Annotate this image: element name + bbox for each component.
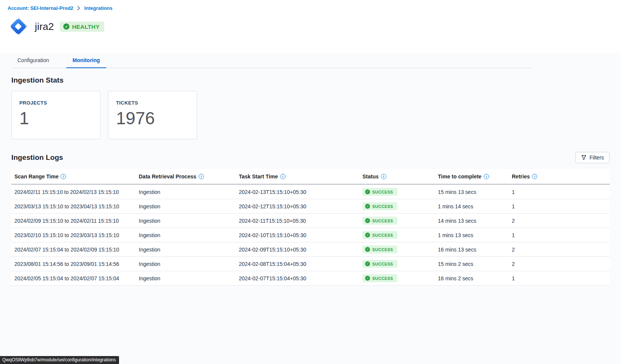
check-icon: ✓ [365, 261, 370, 266]
breadcrumb-account-link[interactable]: Account: SEI-Internal-Prod2 [8, 5, 73, 11]
cell-retries: 2 [509, 257, 610, 271]
table-row: 2023/08/01 15:14:56 to 2023/09/01 15:14:… [11, 257, 610, 271]
cell-retries: 1 [509, 271, 610, 286]
stat-value: 1976 [116, 109, 189, 127]
cell-retries: 2 [509, 214, 610, 228]
cell-time-to-complete: 1 mins 13 secs [435, 228, 509, 242]
cell-scan-range: 2024/02/09 15:15:10 to 2024/02/11 15:15:… [11, 214, 136, 228]
check-icon: ✓ [63, 23, 69, 30]
ingestion-logs-header: Ingestion Logs Filters [11, 152, 610, 163]
stat-label: PROJECTS [19, 100, 93, 106]
cell-task-start: 2024-02-13T15:15:10+05:30 [236, 184, 359, 199]
breadcrumb-integrations-link[interactable]: Integrations [84, 5, 112, 11]
check-icon: ✓ [365, 204, 370, 209]
column-header-task-start-time: Task Start Time [239, 173, 278, 180]
filters-button-label: Filters [590, 155, 604, 161]
check-icon: ✓ [365, 233, 370, 237]
cell-task-start: 2024-02-12T15:15:10+05:30 [236, 199, 359, 214]
cell-retries: 1 [509, 199, 610, 214]
table-row: 2024/02/07 15:15:04 to 2024/02/09 15:15:… [11, 242, 610, 257]
cell-retries: 2 [509, 242, 610, 257]
cell-scan-range: 2023/08/01 15:14:56 to 2023/09/01 15:14:… [11, 257, 136, 271]
status-badge: ✓SUCCESS [362, 202, 397, 210]
cell-scan-range: 2024/02/05 15:15:04 to 2024/02/07 15:15:… [11, 271, 136, 286]
status-badge: ✓SUCCESS [362, 245, 397, 253]
stat-card-projects: PROJECTS 1 [11, 91, 100, 139]
status-label: SUCCESS [372, 276, 393, 281]
cell-process: Ingestion [136, 184, 236, 199]
info-icon[interactable]: i [381, 174, 386, 179]
link-preview-statusbar: QwqOSllWp9ob7w/module/sei/configuration/… [0, 356, 119, 364]
table-row: 2023/02/10 15:15:10 to 2023/03/13 15:15:… [11, 228, 610, 242]
cell-process: Ingestion [136, 199, 236, 214]
column-header-retries: Retries [512, 173, 530, 180]
column-header-time-to-complete: Time to complete [438, 173, 481, 180]
cell-time-to-complete: 14 mins 13 secs [435, 214, 509, 228]
cell-time-to-complete: 16 mins 13 secs [435, 242, 509, 257]
cell-process: Ingestion [136, 242, 236, 257]
status-label: SUCCESS [372, 233, 393, 237]
status-badge: ✓SUCCESS [362, 188, 397, 196]
stat-card-tickets: TICKETS 1976 [108, 91, 197, 139]
cell-process: Ingestion [136, 214, 236, 228]
integration-title-row: jira2 ✓ HEALTHY [8, 16, 613, 37]
status-badge: ✓SUCCESS [362, 260, 397, 268]
tab-monitoring[interactable]: Monitoring [66, 53, 106, 68]
filters-button[interactable]: Filters [576, 152, 610, 163]
health-badge-label: HEALTHY [72, 23, 100, 30]
cell-retries: 1 [509, 228, 610, 242]
table-row: 2024/02/05 15:15:04 to 2024/02/07 15:15:… [11, 271, 610, 286]
status-label: SUCCESS [372, 219, 393, 223]
chevron-right-icon [77, 6, 80, 10]
cell-scan-range: 2024/02/11 15:15:10 to 2024/02/13 15:15:… [11, 184, 136, 199]
column-header-status: Status [362, 173, 379, 180]
filter-funnel-icon [581, 155, 586, 160]
cell-process: Ingestion [136, 257, 236, 271]
ingestion-stats-title: Ingestion Stats [11, 76, 610, 84]
cell-scan-range: 2023/02/10 15:15:10 to 2023/03/13 15:15:… [11, 228, 136, 242]
breadcrumb: Account: SEI-Internal-Prod2 Integrations [8, 5, 613, 11]
info-icon[interactable]: i [61, 174, 66, 179]
health-status-badge: ✓ HEALTHY [60, 22, 104, 32]
main-content: Ingestion Stats PROJECTS 1 TICKETS 1976 … [0, 76, 621, 286]
ingestion-logs-title: Ingestion Logs [11, 153, 63, 162]
check-icon: ✓ [365, 189, 370, 194]
info-icon[interactable]: i [280, 174, 285, 179]
cell-process: Ingestion [136, 228, 236, 242]
cell-retries: 1 [509, 184, 610, 199]
check-icon: ✓ [365, 276, 370, 281]
cell-scan-range: 2023/03/13 15:15:10 to 2023/04/13 15:15:… [11, 199, 136, 214]
status-label: SUCCESS [372, 262, 393, 266]
jira-logo-icon [8, 16, 29, 37]
cell-task-start: 2024-02-11T15:15:10+05:30 [236, 214, 359, 228]
table-row: 2023/03/13 15:15:10 to 2023/04/13 15:15:… [11, 199, 610, 214]
tabbar: Configuration Monitoring [0, 53, 621, 68]
status-badge: ✓SUCCESS [362, 217, 397, 225]
cell-time-to-complete: 16 mins 2 secs [435, 271, 509, 286]
page-header: Account: SEI-Internal-Prod2 Integrations… [0, 0, 621, 53]
info-icon[interactable]: i [199, 174, 204, 179]
cell-task-start: 2024-02-09T15:15:10+05:30 [236, 242, 359, 257]
info-icon[interactable]: i [532, 174, 537, 179]
cell-process: Ingestion [136, 271, 236, 286]
stat-value: 1 [19, 109, 93, 127]
check-icon: ✓ [365, 247, 370, 252]
info-icon[interactable]: i [484, 174, 489, 179]
stat-label: TICKETS [116, 100, 189, 106]
tab-configuration[interactable]: Configuration [11, 53, 55, 68]
status-label: SUCCESS [372, 247, 393, 252]
cell-time-to-complete: 1 mins 14 secs [435, 199, 509, 214]
status-label: SUCCESS [372, 204, 393, 209]
cell-task-start: 2024-02-08T15:15:04+05:30 [236, 257, 359, 271]
column-header-data-retrieval-process: Data Retrieval Process [139, 173, 196, 180]
status-badge: ✓SUCCESS [362, 274, 397, 282]
column-header-scan-range-time: Scan Range Time [14, 173, 58, 180]
table-row: 2024/02/11 15:15:10 to 2024/02/13 15:15:… [11, 184, 610, 199]
status-badge: ✓SUCCESS [362, 231, 397, 239]
table-row: 2024/02/09 15:15:10 to 2024/02/11 15:15:… [11, 214, 610, 228]
page-title: jira2 [35, 21, 54, 33]
cell-task-start: 2024-02-07T15:15:04+05:30 [236, 271, 359, 286]
cell-task-start: 2024-02-10T15:15:10+05:30 [236, 228, 359, 242]
stats-cards: PROJECTS 1 TICKETS 1976 [11, 91, 610, 139]
check-icon: ✓ [365, 218, 370, 223]
